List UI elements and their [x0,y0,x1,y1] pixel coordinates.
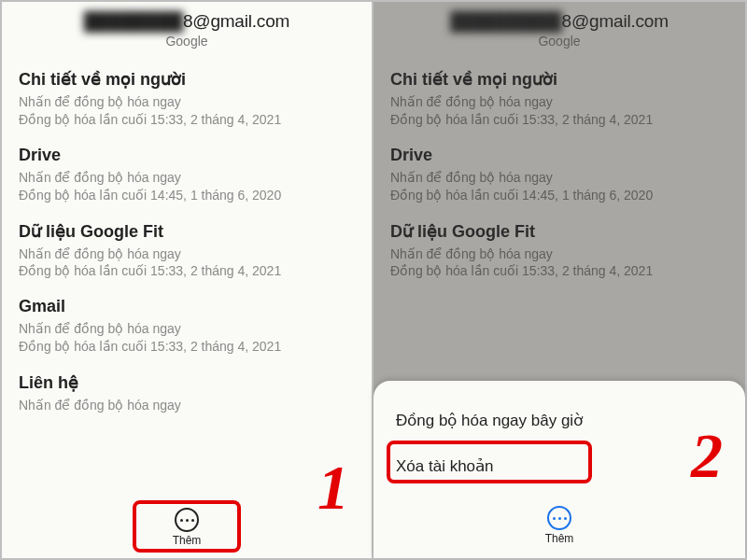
sync-item-title: Chi tiết về mọi người [19,69,355,90]
bottom-bar: Thêm [374,497,745,554]
sync-item-sub: Nhấn để đồng bộ hóa ngay [19,397,355,414]
sync-item-last: Đồng bộ hóa lần cuối 14:45, 1 tháng 6, 2… [390,187,728,204]
sync-item-googlefit[interactable]: Dữ liệu Google Fit Nhấn để đồng bộ hóa n… [19,208,355,285]
sync-item-last: Đồng bộ hóa lần cuối 15:33, 2 tháng 4, 2… [19,262,355,280]
email-redacted: █████████ [450,11,561,32]
email-redacted: ████████ [84,11,183,32]
account-email: █████████8@gmail.com [374,11,745,32]
sync-item-title: Drive [19,146,355,165]
bottom-sheet: Đồng bộ hóa ngay bây giờ Xóa tài khoản T… [374,381,745,558]
more-icon [547,506,571,530]
account-email: ████████8@gmail.com [2,11,372,32]
sync-item-title: Dữ liệu Google Fit [390,221,728,242]
sync-list: Chi tiết về mọi người Nhấn để đồng bộ hó… [374,56,745,284]
more-icon [175,508,199,532]
sync-item-last: Đồng bộ hóa lần cuối 15:33, 2 tháng 4, 2… [390,262,728,280]
sync-item-contacts[interactable]: Liên hệ Nhấn để đồng bộ hóa ngay [19,359,355,418]
sync-item-drive[interactable]: Drive Nhấn để đồng bộ hóa ngay Đồng bộ h… [19,133,355,208]
sync-item-last: Đồng bộ hóa lần cuối 15:33, 2 tháng 4, 2… [19,338,355,356]
sync-item-sub: Nhấn để đồng bộ hóa ngay [19,245,355,263]
sheet-remove-account[interactable]: Xóa tài khoản [374,443,745,489]
email-visible: 8@gmail.com [562,11,669,31]
sync-item-sub: Nhấn để đồng bộ hóa ngay [19,93,355,111]
sync-item-gmail[interactable]: Gmail Nhấn để đồng bộ hóa ngay Đồng bộ h… [19,284,355,359]
tutorial-two-panes: ████████8@gmail.com Google Chi tiết về m… [0,0,747,560]
sync-item-title: Drive [390,146,728,165]
sync-item-title: Dữ liệu Google Fit [19,221,355,242]
sync-item-drive[interactable]: Drive Nhấn để đồng bộ hóa ngay Đồng bộ h… [390,133,728,208]
sync-item-title: Liên hệ [19,372,355,393]
sync-item-last: Đồng bộ hóa lần cuối 14:45, 1 tháng 6, 2… [19,187,355,204]
sync-item-title: Gmail [19,297,355,316]
more-button[interactable]: Thêm [545,506,574,545]
sheet-sync-now[interactable]: Đồng bộ hóa ngay bây giờ [374,398,745,443]
pane-step-1: ████████8@gmail.com Google Chi tiết về m… [2,2,374,558]
sync-item-last: Đồng bộ hóa lần cuối 15:33, 2 tháng 4, 2… [390,111,728,129]
account-header: █████████8@gmail.com Google [374,2,745,56]
more-button[interactable]: Thêm [173,508,202,547]
sync-list: Chi tiết về mọi người Nhấn để đồng bộ hó… [2,56,372,418]
sync-item-sub: Nhấn để đồng bộ hóa ngay [19,169,355,187]
pane-step-2: █████████8@gmail.com Google Chi tiết về … [374,2,745,558]
sync-item-sub: Nhấn để đồng bộ hóa ngay [390,93,728,111]
more-label: Thêm [545,532,574,545]
account-header: ████████8@gmail.com Google [2,2,372,56]
bottom-bar: Thêm [2,498,372,556]
email-visible: 8@gmail.com [183,11,289,31]
more-label: Thêm [173,534,202,547]
sync-item-sub: Nhấn để đồng bộ hóa ngay [19,320,355,338]
account-provider: Google [2,34,372,49]
sync-item-people[interactable]: Chi tiết về mọi người Nhấn để đồng bộ hó… [19,56,355,133]
sync-item-sub: Nhấn để đồng bộ hóa ngay [390,245,728,263]
sync-item-people[interactable]: Chi tiết về mọi người Nhấn để đồng bộ hó… [390,56,728,133]
sync-item-last: Đồng bộ hóa lần cuối 15:33, 2 tháng 4, 2… [19,111,355,129]
account-provider: Google [374,34,745,49]
sync-item-sub: Nhấn để đồng bộ hóa ngay [390,169,728,187]
sync-item-googlefit[interactable]: Dữ liệu Google Fit Nhấn để đồng bộ hóa n… [390,208,728,285]
sync-item-title: Chi tiết về mọi người [390,69,728,90]
